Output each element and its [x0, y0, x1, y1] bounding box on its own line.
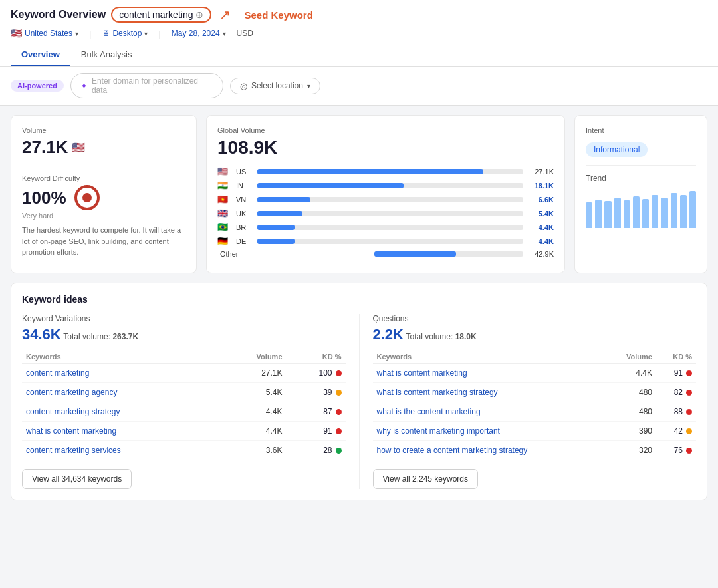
device-chevron-icon: ▾	[144, 30, 148, 37]
tabs-row: Overview Bulk Analysis	[11, 44, 707, 66]
keyword-link[interactable]: what is content marketing	[26, 426, 116, 436]
vol-cell: 4.4K	[606, 364, 656, 383]
keyword-link[interactable]: content marketing	[26, 368, 89, 378]
location-select[interactable]: ◎ Select location ▾	[230, 78, 320, 94]
tab-bulk-analysis[interactable]: Bulk Analysis	[70, 44, 143, 66]
keyword-link[interactable]: what is content marketing strategy	[377, 388, 498, 397]
bar-value-VN: 6.6K	[529, 196, 554, 204]
trend-bars	[586, 188, 696, 228]
device-icon: 🖥	[102, 29, 110, 38]
country-filter[interactable]: 🇺🇸 United States ▾	[11, 28, 78, 39]
table-row: content marketing 27.1K 100	[22, 364, 346, 383]
date-filter[interactable]: May 28, 2024 ▾	[172, 29, 226, 38]
kd-dot	[686, 448, 692, 454]
trend-bar-item	[671, 193, 677, 228]
volume-label: Volume	[22, 126, 185, 134]
ideas-columns: Keyword Variations 34.6K Total volume: 2…	[22, 314, 696, 489]
var-vol-header: Volume	[221, 350, 286, 364]
filters-row: 🇺🇸 United States ▾ | 🖥 Desktop ▾ | May 2…	[11, 28, 707, 39]
vol-cell: 4.4K	[221, 422, 286, 441]
vol-cell: 4.4K	[221, 402, 286, 422]
questions-column: Questions 2.2K Total volume: 18.0K Keywo…	[373, 314, 697, 489]
tab-overview[interactable]: Overview	[11, 44, 70, 66]
questions-count: 2.2K	[373, 326, 404, 343]
kd-cell: 91	[656, 364, 696, 383]
trend-bar-item	[614, 198, 621, 228]
keyword-link[interactable]: content marketing strategy	[26, 407, 120, 416]
kd-dot	[686, 370, 692, 376]
location-pin-icon: ◎	[240, 81, 247, 91]
country-flag-UK: 🇬🇧	[217, 208, 231, 218]
kw-cell: what is content marketing	[22, 422, 221, 441]
bar-track-IN	[257, 183, 523, 188]
vol-cell: 320	[606, 441, 656, 460]
volume-card: Volume 27.1K 🇺🇸 Keyword Difficulty 100% …	[11, 115, 197, 273]
kd-value: 100%	[22, 188, 66, 208]
kd-cell: 88	[656, 402, 696, 422]
volume-flag-icon: 🇺🇸	[72, 141, 85, 154]
keyword-link[interactable]: how to create a content marketing strate…	[377, 446, 528, 455]
table-row: content marketing services 3.6K 28	[22, 441, 346, 460]
keyword-link[interactable]: why is content marketing important	[377, 426, 500, 436]
intent-divider	[586, 165, 696, 166]
country-code-BR: BR	[236, 223, 252, 231]
keyword-ideas-section: Keyword ideas Keyword Variations 34.6K T…	[11, 283, 707, 500]
country-flag: 🇺🇸	[11, 28, 22, 39]
q-vol-header: Volume	[606, 350, 656, 364]
bar-value-US: 27.1K	[529, 168, 554, 176]
kd-level: Very hard	[22, 212, 185, 220]
trend-bar-item	[633, 196, 640, 228]
country-bar-row: 🇬🇧 UK 5.4K	[217, 208, 554, 218]
ai-powered-badge: AI-powered	[11, 80, 64, 92]
view-all-variations-button[interactable]: View all 34,634 keywords	[22, 469, 132, 489]
filter-divider-1: |	[89, 29, 91, 39]
bar-value-IN: 18.1K	[529, 182, 554, 190]
kw-cell: why is content marketing important	[373, 422, 607, 441]
kw-cell: content marketing services	[22, 441, 221, 460]
volume-value: 27.1K 🇺🇸	[22, 137, 185, 158]
questions-total: Total volume: 18.0K	[406, 332, 477, 341]
country-bar-row: 🇩🇪 DE 4.4K	[217, 236, 554, 246]
device-filter[interactable]: 🖥 Desktop ▾	[102, 29, 148, 38]
table-row: what is content marketing strategy 480 8…	[373, 383, 697, 402]
other-bar-row: Other 42.9K	[217, 250, 554, 258]
country-code-IN: IN	[236, 182, 252, 190]
country-code-DE: DE	[236, 237, 252, 245]
kd-dot	[336, 448, 342, 454]
keyword-pill[interactable]: content marketing ⊕	[111, 7, 211, 23]
kd-section: Keyword Difficulty 100% Very hard The ha…	[22, 174, 185, 258]
bar-track-BR	[257, 225, 523, 230]
kd-dot	[336, 390, 342, 396]
bar-value-UK: 5.4K	[529, 210, 554, 218]
view-all-questions-button[interactable]: View all 2,245 keywords	[373, 469, 479, 489]
vol-cell: 390	[606, 422, 656, 441]
top-bar: Keyword Overview content marketing ⊕ ↗ S…	[0, 0, 718, 67]
date-chevron-icon: ▾	[223, 30, 226, 37]
trend-bar-item	[689, 191, 696, 228]
kw-cell: content marketing agency	[22, 383, 221, 402]
trend-bar-item	[661, 198, 667, 228]
bar-fill-BR	[257, 225, 295, 230]
keyword-link[interactable]: content marketing agency	[26, 388, 117, 397]
trend-bar-item	[586, 202, 592, 228]
domain-input[interactable]: ✦ Enter domain for personalized data	[70, 73, 223, 98]
bar-fill-VN	[257, 197, 310, 202]
keyword-link[interactable]: content marketing services	[26, 446, 121, 455]
keyword-text: content marketing	[119, 9, 193, 20]
device-label: Desktop	[112, 29, 142, 38]
keyword-link[interactable]: what is content marketing	[377, 368, 467, 378]
domain-placeholder-text: Enter domain for personalized data	[92, 76, 213, 95]
bar-track-UK	[257, 211, 523, 216]
country-chevron-icon: ▾	[75, 30, 78, 37]
add-keyword-icon[interactable]: ⊕	[195, 9, 203, 20]
card-divider	[22, 166, 185, 166]
trend-bar-item	[595, 200, 602, 228]
kd-cell: 87	[287, 402, 346, 422]
keyword-link[interactable]: what is the content marketing	[377, 407, 481, 416]
location-chevron-icon: ▾	[307, 82, 310, 90]
kd-dot	[686, 428, 692, 434]
questions-table: Keywords Volume KD % what is content mar…	[373, 350, 697, 460]
bar-fill-IN	[257, 183, 404, 188]
kw-cell: content marketing strategy	[22, 402, 221, 422]
vol-cell: 27.1K	[221, 364, 286, 383]
